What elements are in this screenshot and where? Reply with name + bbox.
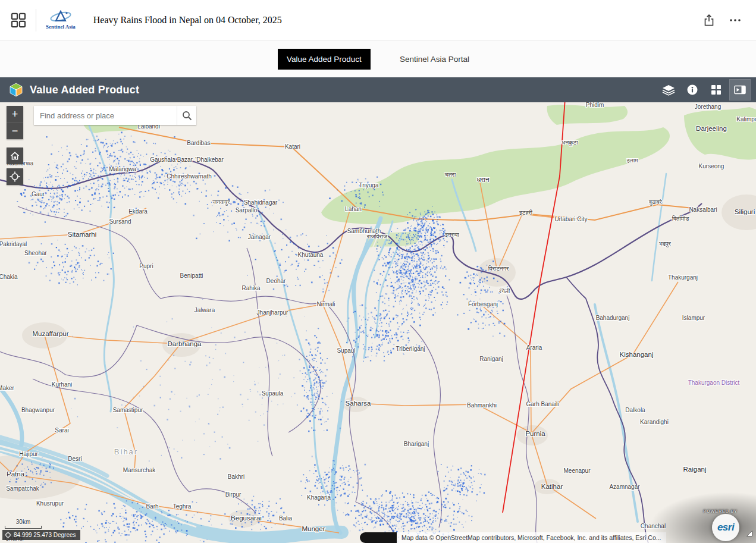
coordinates-badge: 84.999 25.473 Degrees [2,530,80,540]
share-button[interactable] [699,10,719,30]
scale-label: 30km [5,519,42,525]
crosshair-icon [5,532,11,538]
vap-hexagon-logo [8,82,24,98]
home-icon [10,150,20,161]
esri-logo-text: esri [717,522,734,533]
zoom-in-button[interactable]: + [7,106,23,123]
header-divider [36,9,36,32]
map-widget-toolbar: Value Added Product [0,77,756,102]
locate-icon [10,171,20,182]
app-header: Sentinel Asia Heavy Rains Flood in Nepal… [0,0,756,40]
home-extent-button[interactable] [7,147,23,164]
attribution-expand-arrow[interactable] [746,529,753,539]
locate-me-button[interactable] [7,168,23,185]
search-button[interactable] [177,106,196,125]
sentinel-asia-logo[interactable]: Sentinel Asia [46,10,76,30]
panel-toggle-icon [734,85,746,95]
forest-areas [83,105,756,247]
page-title: Heavy Rains Flood in Nepal on 04 October… [93,15,282,26]
rivers [0,126,666,538]
sentinel-asia-emblem [48,10,73,23]
more-options-button[interactable] [725,10,745,30]
map-artwork [0,102,756,543]
attribution-toggle[interactable] [360,532,397,543]
layers-icon [662,84,675,96]
app-launcher-icon[interactable] [11,12,26,28]
share-icon [704,14,714,26]
esri-logo[interactable]: esri [712,514,739,541]
widget-title: Value Added Product [30,84,139,96]
ellipsis-icon [729,18,741,22]
view-tab-bar: Value Added Product Sentinel Asia Portal [0,40,756,77]
search-icon [182,111,192,121]
grid-view-button[interactable] [706,80,726,100]
layers-button[interactable] [658,80,679,100]
grid-icon [711,84,722,95]
coordinates-value: 84.999 25.473 Degrees [14,532,76,538]
info-icon [686,84,698,96]
scale-bar-line [5,526,42,529]
map-search-bar [34,106,196,125]
tab-sentinel-asia-portal[interactable]: Sentinel Asia Portal [391,49,478,70]
search-input[interactable] [34,106,177,125]
tab-value-added-product[interactable]: Value Added Product [278,49,371,70]
panel-toggle-button[interactable] [730,80,750,100]
sentinel-asia-logo-text: Sentinel Asia [46,24,76,30]
map-attribution: Map data © OpenStreetMap contributors, M… [397,532,666,543]
scale-bar: 30km [5,519,42,529]
map-canvas[interactable]: PhidimJorethangKalimpongDarjeelingKurseo… [0,102,756,543]
zoom-out-button[interactable]: − [7,123,23,139]
info-button[interactable] [682,80,702,100]
powered-by-label: POWERED BY [704,509,738,513]
